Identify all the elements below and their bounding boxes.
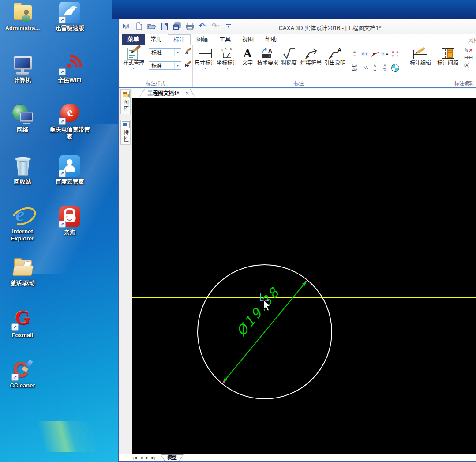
number-scale-icon[interactable]: 8.1 (360, 50, 369, 58)
network-icon (11, 102, 34, 125)
svg-text:Y: Y (221, 49, 224, 53)
close-document-icon[interactable]: × (185, 89, 189, 98)
box-text-icon[interactable]: ×A (360, 64, 369, 72)
save-icon[interactable] (160, 22, 169, 30)
desktop-icon-label: Internet Explorer (1, 228, 44, 242)
dimension-button[interactable]: 尺寸标注 ▼ (194, 45, 216, 70)
last-sheet-icon[interactable]: ▶| (152, 456, 155, 460)
text-arrow-icon[interactable]: A→ (371, 64, 379, 72)
first-sheet-icon[interactable]: |◀ (133, 456, 137, 460)
style-hint-label: 风格 (468, 36, 476, 44)
open-file-icon[interactable] (147, 22, 156, 30)
style-manager-button[interactable]: 样式管理 ▼ (120, 45, 147, 70)
rotate-text-icon[interactable]: A↶ (350, 50, 359, 58)
model-sheet-tab[interactable]: 模型 (161, 454, 184, 461)
desktop-icon-qintao[interactable]: ↗ 亲淘 (49, 205, 91, 236)
quadrant-circle-icon[interactable] (391, 64, 399, 72)
desktop-icon-activation-folder[interactable]: 激活.驱动 (1, 256, 44, 287)
xunlei-icon: ↗ (58, 1, 81, 24)
circled-a-icon[interactable]: Ⓐ (464, 61, 475, 69)
star-cluster-icon[interactable]: ✦ ✦✦ ✦ (391, 50, 399, 58)
title-bar[interactable]: ↶▾ ↷▾ ▾ CAXA 3D 实体设计2016 - [工程图文档1*] (119, 19, 476, 34)
group-annotation: 尺寸标注 ▼ Y0X 坐标标注 ▼ A 文字 A (193, 45, 405, 87)
leader-note-button[interactable]: A 引出说明 (323, 45, 347, 66)
save-all-icon[interactable] (173, 22, 181, 30)
desktop-icon-foxmail[interactable]: G ↗ Foxmail (1, 308, 44, 339)
desktop-icon-recycle-bin[interactable]: 回收站 (1, 154, 44, 185)
dim-spacing-button[interactable]: 标注间距 (434, 45, 461, 66)
leader-note-icon: A (328, 47, 342, 60)
sheet-nav: |◀ ◀ ▶ ▶| (133, 456, 155, 460)
coordinate-dim-icon: Y0X (220, 47, 234, 60)
combo-arrow-icon[interactable]: ▼ (174, 49, 181, 56)
dim-style-edit-icon[interactable]: ↦ (183, 61, 191, 70)
desktop-icon-xunlei[interactable]: ↗ 迅雷极速版 (49, 1, 91, 32)
crosshair-vertical-line (265, 98, 265, 454)
text-style-edit-icon[interactable]: A (183, 48, 191, 56)
baidu-cloud-icon: ↗ (58, 154, 81, 177)
svg-text:A: A (268, 48, 272, 54)
document-tab[interactable]: 工程图文档1* × (139, 89, 196, 98)
window-title: CAXA 3D 实体设计2016 - [工程图文档1*] (185, 23, 476, 32)
desktop-icon-broadband-manager[interactable]: ↗ 重庆电信宽带管家 (49, 102, 91, 140)
tab-help[interactable]: 帮助 (259, 34, 282, 45)
group-label: 标注样式 (120, 80, 191, 87)
dropdown-arrow-icon: ▼ (204, 67, 207, 70)
group-annotation-style: 样式管理 ▼ 标准 ▼ A 标准 ▼ (119, 45, 193, 87)
shortcut-arrow-icon: ↗ (59, 16, 66, 23)
sidebar-tab-library[interactable]: 图库 (120, 89, 131, 114)
ccleaner-icon: C ↗ (11, 358, 34, 381)
datum-target-icon[interactable]: A▽ (381, 64, 389, 72)
weld-symbol-button[interactable]: 焊接符号 (299, 45, 323, 66)
text-button[interactable]: A 文字 (238, 45, 257, 66)
sidebar-tab-properties[interactable]: 特性 (120, 120, 131, 145)
svg-text:0: 0 (225, 47, 227, 51)
mouse-cursor-icon (263, 300, 273, 315)
wallpaper-dark-band (112, 0, 476, 19)
desktop-icon-label: 网络 (1, 126, 44, 133)
user-folder-icon (11, 1, 34, 24)
prev-sheet-icon[interactable]: ◀ (140, 456, 142, 460)
desktop-icon-administrator[interactable]: Administra... (1, 1, 44, 32)
tech-requirement-button[interactable]: A 技术要求 (257, 45, 279, 66)
endpoint-marker (223, 381, 225, 383)
tab-tools[interactable]: 工具 (214, 34, 236, 45)
desktop-icon-quanmin-wifi[interactable]: ↗ 全民WiFi (49, 53, 91, 84)
dim-edit-button[interactable]: 标注编辑 (407, 45, 434, 66)
tab-menu[interactable]: 菜单 (122, 34, 145, 45)
dim-compact-icon[interactable]: ↦↤ (464, 54, 475, 60)
tab-common[interactable]: 常用 (145, 34, 168, 45)
tab-view[interactable]: 视图 (236, 34, 259, 45)
swap-text-icon[interactable]: ⇆A⇄A (350, 64, 359, 72)
library-icon (122, 91, 130, 98)
new-document-icon[interactable] (135, 22, 143, 30)
qintao-icon: ↗ (58, 205, 81, 228)
datum-frame-icon[interactable]: A▲ (381, 50, 389, 58)
desktop-icon-ccleaner[interactable]: C ↗ CCleaner (1, 358, 44, 389)
desktop-icon-label: 计算机 (1, 77, 44, 84)
drawing-canvas[interactable]: Ø19.38 (132, 98, 476, 454)
document-tab-bar: 工程图文档1* × (132, 89, 476, 98)
combo-arrow-icon[interactable]: ▼ (174, 62, 181, 69)
text-style-combo[interactable]: 标准 ▼ (149, 61, 181, 70)
break-line-icon[interactable] (371, 50, 379, 58)
app-logo-icon[interactable] (122, 22, 130, 30)
dimension-icon (199, 49, 212, 58)
next-sheet-icon[interactable]: ▶ (146, 456, 148, 460)
roughness-button[interactable]: 粗糙度 (279, 45, 299, 66)
dimension-style-combo[interactable]: 标准 ▼ (149, 48, 181, 56)
internet-explorer-icon: e (11, 204, 34, 227)
crosshair-horizontal-line (132, 297, 476, 298)
edit-delete-icon[interactable]: ✎✕ (464, 47, 475, 53)
tab-annotation[interactable]: 标注 (168, 34, 191, 45)
desktop-icon-label: 激活.驱动 (1, 280, 44, 287)
weld-symbol-icon (304, 47, 318, 60)
desktop-icon-internet-explorer[interactable]: e Internet Explorer (1, 204, 44, 242)
document-tab-label: 工程图文档1* (139, 89, 188, 98)
coordinate-dim-button[interactable]: Y0X 坐标标注 ▼ (216, 45, 238, 70)
desktop-icon-computer[interactable]: 计算机 (1, 53, 44, 84)
desktop-icon-baidu-cloud[interactable]: ↗ 百度云管家 (49, 154, 91, 185)
tab-sheet[interactable]: 图幅 (191, 34, 214, 45)
desktop-icon-label: 百度云管家 (49, 178, 91, 185)
desktop-icon-network[interactable]: 网络 (1, 102, 44, 133)
